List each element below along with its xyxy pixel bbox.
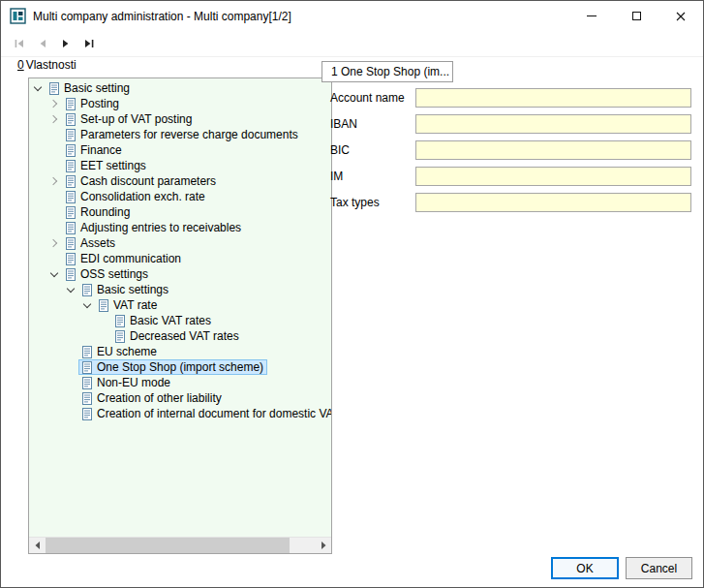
tree-item[interactable]: Rounding xyxy=(29,204,331,220)
tree-item[interactable]: EET settings xyxy=(29,158,331,173)
chevron-icon[interactable] xyxy=(64,359,78,375)
next-record-button[interactable] xyxy=(55,33,77,54)
document-icon xyxy=(115,315,126,327)
cancel-button[interactable]: Cancel xyxy=(626,557,692,579)
tree-item[interactable]: Posting xyxy=(29,96,331,111)
maximize-button[interactable] xyxy=(614,1,658,31)
close-button[interactable] xyxy=(658,1,703,31)
document-icon xyxy=(82,361,93,374)
document-icon xyxy=(82,284,93,296)
chevron-icon[interactable] xyxy=(47,235,62,251)
tree-item[interactable]: Parameters for reverse charge documents xyxy=(29,127,331,142)
first-record-button[interactable] xyxy=(9,33,30,54)
minimize-button[interactable] xyxy=(569,1,614,31)
tree-item-label: Rounding xyxy=(80,205,130,219)
document-icon xyxy=(66,191,77,203)
chevron-icon[interactable] xyxy=(47,111,62,127)
tree-item-label: Basic settings xyxy=(97,283,168,296)
tree-item[interactable]: One Stop Shop (import scheme) xyxy=(29,359,331,375)
chevron-icon[interactable] xyxy=(47,142,62,158)
scroll-right-button[interactable] xyxy=(315,538,331,553)
scrollbar-thumb[interactable] xyxy=(46,538,290,553)
field-input[interactable] xyxy=(415,193,691,212)
app-icon xyxy=(10,8,26,24)
field-input[interactable] xyxy=(415,167,691,186)
tree-caption-accelerator: 0 xyxy=(17,58,24,72)
last-record-button[interactable] xyxy=(78,33,100,54)
tree-item[interactable]: OSS settings xyxy=(29,266,331,282)
tree-item-label: Finance xyxy=(80,143,122,157)
chevron-icon[interactable] xyxy=(47,204,62,220)
form-row: IM xyxy=(330,167,691,186)
chevron-icon[interactable] xyxy=(47,189,62,204)
form-fields: Account name IBAN BIC IM Tax types xyxy=(330,88,691,219)
tree-item-label: Set-up of VAT posting xyxy=(80,112,192,126)
tree-item[interactable]: VAT rate xyxy=(29,297,331,313)
tree-item[interactable]: Creation of internal document for domest… xyxy=(29,406,331,421)
tree-item-label: Consolidation exch. rate xyxy=(80,190,205,203)
chevron-icon[interactable] xyxy=(47,266,62,282)
tree-item[interactable]: Adjusting entries to receivables xyxy=(29,220,331,235)
tree-item[interactable]: Basic settings xyxy=(29,282,331,297)
document-icon xyxy=(66,237,77,250)
chevron-icon[interactable] xyxy=(97,328,111,344)
tree-item[interactable]: Consolidation exch. rate xyxy=(29,189,331,204)
dialog-window: Multi company administration - Multi com… xyxy=(0,0,704,588)
tree-item[interactable]: Set-up of VAT posting xyxy=(29,111,331,127)
tree-item[interactable]: EDI communication xyxy=(29,251,331,266)
tree-item[interactable]: EU scheme xyxy=(29,344,331,359)
document-icon xyxy=(66,222,77,234)
chevron-icon[interactable] xyxy=(64,375,78,390)
document-icon xyxy=(82,377,93,389)
document-icon xyxy=(66,98,77,110)
chevron-icon[interactable] xyxy=(64,390,78,406)
chevron-icon[interactable] xyxy=(64,406,78,421)
tree-item-label: One Stop Shop (import scheme) xyxy=(97,360,263,374)
chevron-icon[interactable] xyxy=(47,158,62,173)
tab-one-stop-shop[interactable]: 1 One Stop Shop (im... xyxy=(321,61,453,82)
tree-item-label: OSS settings xyxy=(80,267,148,281)
field-label: IBAN xyxy=(330,117,415,131)
chevron-icon[interactable] xyxy=(80,297,95,313)
window-title: Multi company administration - Multi com… xyxy=(33,10,291,23)
minimize-icon xyxy=(587,15,597,16)
tree-item[interactable]: Basic setting xyxy=(29,80,331,96)
tree-item-label: Basic setting xyxy=(64,81,130,95)
tree-item[interactable]: Cash discount parameters xyxy=(29,173,331,189)
tree-item[interactable]: Non-EU mode xyxy=(29,375,331,390)
field-input[interactable] xyxy=(415,88,691,108)
chevron-icon[interactable] xyxy=(64,282,78,297)
scrollbar-track[interactable] xyxy=(290,538,315,553)
tree-item[interactable]: Assets xyxy=(29,235,331,251)
tree-item[interactable]: Finance xyxy=(29,142,331,158)
scroll-left-icon xyxy=(35,542,41,549)
chevron-icon[interactable] xyxy=(64,344,78,359)
chevron-icon[interactable] xyxy=(47,220,62,235)
previous-record-button[interactable] xyxy=(32,33,53,54)
chevron-icon[interactable] xyxy=(97,313,111,328)
chevron-icon[interactable] xyxy=(47,173,62,189)
ok-button[interactable]: OK xyxy=(551,557,619,579)
chevron-icon[interactable] xyxy=(47,96,62,111)
chevron-icon[interactable] xyxy=(31,80,46,96)
tree-item-label: EET settings xyxy=(80,159,146,172)
horizontal-scrollbar[interactable] xyxy=(29,537,331,553)
scroll-left-button[interactable] xyxy=(29,538,46,553)
tree-item[interactable]: Basic VAT rates xyxy=(29,313,331,328)
tree-item-label: Creation of internal document for domest… xyxy=(97,407,332,420)
tree-caption-label: Vlastnosti xyxy=(26,58,77,72)
field-input[interactable] xyxy=(415,140,691,160)
tree-item-label: Basic VAT rates xyxy=(130,314,211,327)
tree-item-label: VAT rate xyxy=(113,298,157,312)
field-label: IM xyxy=(330,170,415,183)
tree-item-label: Posting xyxy=(80,97,119,110)
field-input[interactable] xyxy=(415,114,691,134)
tree-item-label: Non-EU mode xyxy=(97,376,170,389)
chevron-icon[interactable] xyxy=(47,127,62,142)
tree-item[interactable]: Decreased VAT rates xyxy=(29,328,331,344)
tree-item-label: Assets xyxy=(80,236,115,250)
form-row: Account name xyxy=(330,88,691,108)
next-record-icon xyxy=(60,38,72,49)
tree-item[interactable]: Creation of other liability xyxy=(29,390,331,406)
chevron-icon[interactable] xyxy=(47,251,62,266)
